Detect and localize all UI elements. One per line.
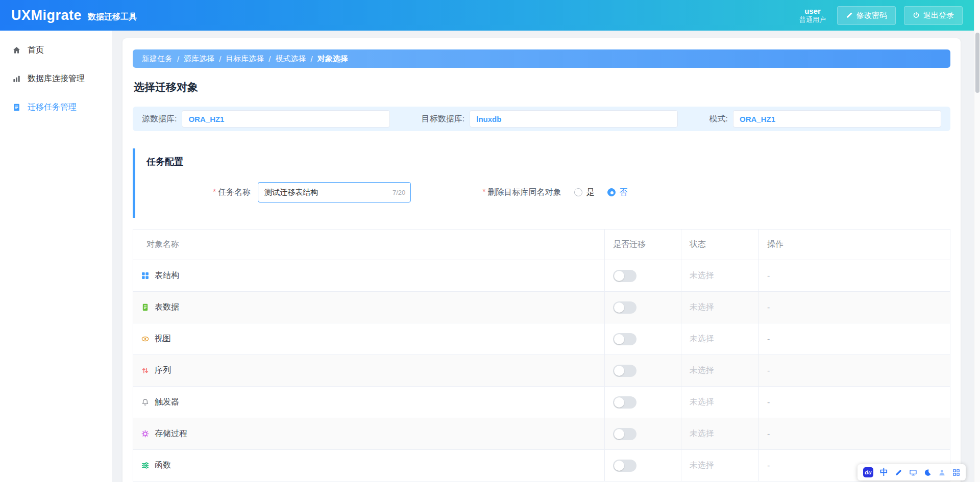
table-row-table-data: 表数据 未选择 - [133, 292, 950, 323]
content-card: 新建任务 / 源库选择 / 目标库选择 / 模式选择 / 对象选择 选择迁移对象… [122, 38, 961, 482]
sequence-sort-icon [141, 367, 149, 374]
migration-objects-table: 对象名称 是否迁移 状态 操作 表结构 [133, 229, 950, 481]
required-mark: * [213, 188, 216, 197]
table-row-trigger: 触发器 未选择 - [133, 387, 950, 418]
status-text: 未选择 [690, 366, 714, 374]
operation-text: - [767, 429, 770, 438]
object-name: 表数据 [155, 302, 179, 313]
task-name-input[interactable] [264, 188, 382, 197]
col-header-operation: 操作 [759, 230, 950, 260]
operation-text: - [767, 366, 770, 375]
table-row-view: 视图 未选择 - [133, 323, 950, 355]
operation-text: - [767, 271, 770, 280]
migrate-toggle[interactable] [613, 460, 636, 472]
keyboard-icon[interactable] [909, 469, 917, 476]
status-text: 未选择 [690, 461, 714, 469]
logout-button[interactable]: 退出登录 [904, 6, 963, 25]
delete-same-name-label: 删除目标库同名对象 [487, 187, 561, 198]
bar-chart-icon [12, 74, 21, 83]
radio-circle-yes[interactable] [574, 188, 582, 196]
table-row-table-structure: 表结构 未选择 - [133, 260, 950, 292]
radio-option-yes[interactable]: 是 [574, 187, 594, 198]
pen-icon[interactable] [895, 469, 902, 476]
status-text: 未选择 [690, 397, 714, 406]
status-text: 未选择 [690, 271, 714, 280]
schema-label: 模式: [709, 114, 728, 124]
app-logo: UXMigrate [11, 8, 82, 23]
migrate-toggle[interactable] [613, 428, 636, 440]
app-header: UXMigrate 数据迁移工具 user 普通用户 修改密码 退出登录 [0, 0, 974, 31]
migrate-toggle[interactable] [613, 333, 636, 345]
sidebar-item-migration-tasks[interactable]: 迁移任务管理 [0, 93, 112, 121]
menu-grid-icon[interactable] [952, 469, 960, 476]
user-name: user [799, 7, 826, 16]
task-name-label: 任务名称 [218, 187, 251, 198]
source-db-group: 源数据库: [142, 110, 390, 128]
sidebar-item-label: 数据库连接管理 [28, 73, 85, 84]
trigger-bell-icon [141, 398, 149, 406]
task-config-title: 任务配置 [146, 156, 950, 168]
ime-toolbar: du 中 [857, 464, 966, 480]
radio-circle-no[interactable] [607, 188, 616, 196]
target-db-group: 目标数据库: [422, 110, 678, 128]
main-content: 新建任务 / 源库选择 / 目标库选择 / 模式选择 / 对象选择 选择迁移对象… [112, 31, 975, 482]
operation-text: - [767, 398, 770, 407]
migrate-toggle[interactable] [613, 365, 636, 377]
source-db-label: 源数据库: [142, 114, 177, 124]
required-mark: * [482, 188, 485, 197]
user-info[interactable]: user 普通用户 [799, 7, 826, 24]
ime-chinese-mode[interactable]: 中 [880, 467, 888, 478]
sidebar-item-db-connections[interactable]: 数据库连接管理 [0, 64, 112, 93]
target-db-input[interactable] [470, 110, 678, 128]
scrollbar-thumb[interactable] [975, 33, 979, 93]
logout-label: 退出登录 [923, 11, 954, 20]
user-icon[interactable] [938, 469, 946, 476]
scrollbar-track[interactable] [974, 0, 980, 482]
object-name: 序列 [155, 365, 171, 376]
breadcrumb-separator: / [219, 55, 221, 63]
schema-group: 模式: [709, 110, 941, 128]
target-db-label: 目标数据库: [422, 114, 464, 124]
stored-procedure-gear-icon [141, 430, 149, 438]
page-title: 选择迁移对象 [134, 80, 950, 94]
table-row-stored-procedure: 存储过程 未选择 - [133, 418, 950, 450]
table-structure-icon [141, 272, 149, 280]
migrate-toggle[interactable] [613, 270, 636, 282]
status-text: 未选择 [690, 334, 714, 343]
migrate-toggle[interactable] [613, 301, 636, 314]
home-icon [12, 46, 21, 55]
table-header-row: 对象名称 是否迁移 状态 操作 [133, 230, 950, 260]
status-text: 未选择 [690, 429, 714, 438]
change-password-button[interactable]: 修改密码 [837, 6, 896, 25]
moon-icon[interactable] [924, 469, 932, 476]
operation-text: - [767, 335, 770, 343]
radio-option-no[interactable]: 否 [607, 187, 627, 198]
breadcrumb: 新建任务 / 源库选择 / 目标库选择 / 模式选择 / 对象选择 [133, 49, 950, 68]
task-name-field: 7/20 [258, 182, 411, 202]
breadcrumb-step-new-task[interactable]: 新建任务 [142, 54, 173, 64]
table-data-icon [141, 303, 149, 311]
sidebar-item-label: 首页 [28, 45, 44, 56]
operation-text: - [767, 461, 770, 470]
breadcrumb-separator: / [177, 55, 179, 63]
breadcrumb-step-objects[interactable]: 对象选择 [317, 54, 348, 64]
sidebar-item-home[interactable]: 首页 [0, 36, 112, 64]
col-header-migrate: 是否迁移 [605, 230, 681, 260]
breadcrumb-step-target-db[interactable]: 目标库选择 [226, 54, 264, 64]
object-name: 表结构 [155, 270, 179, 281]
pencil-icon [846, 12, 853, 19]
schema-input[interactable] [733, 110, 941, 128]
migrate-toggle[interactable] [613, 396, 636, 409]
view-eye-icon [141, 335, 149, 343]
breadcrumb-step-source-db[interactable]: 源库选择 [184, 54, 214, 64]
col-header-object-name: 对象名称 [133, 230, 605, 260]
function-tune-icon [141, 462, 149, 469]
user-role: 普通用户 [799, 16, 826, 24]
status-text: 未选择 [690, 302, 714, 311]
source-db-input[interactable] [182, 110, 390, 128]
task-config-section: 任务配置 * 任务名称 7/20 * 删除目标库同名对象 是 [133, 148, 950, 218]
object-name: 视图 [155, 334, 171, 344]
object-name: 存储过程 [155, 428, 187, 439]
breadcrumb-step-schema[interactable]: 模式选择 [276, 54, 306, 64]
ime-logo[interactable]: du [863, 467, 873, 477]
